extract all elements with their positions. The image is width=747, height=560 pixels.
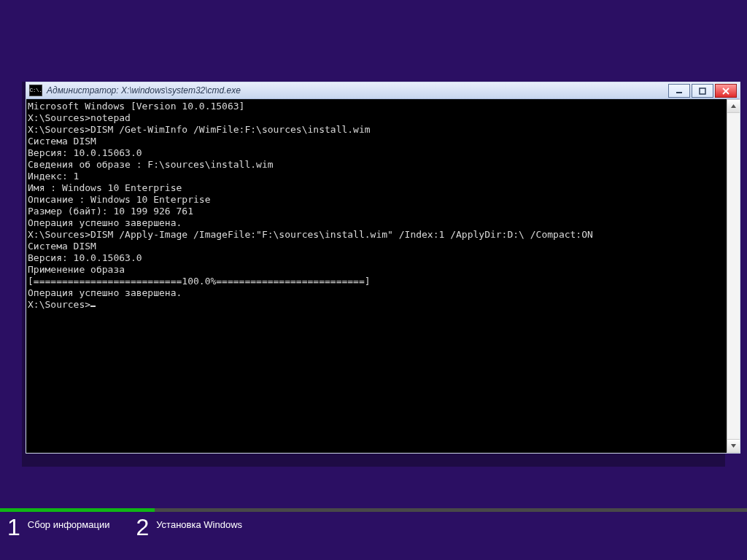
console-body: Microsoft Windows [Version 10.0.15063]X:…: [26, 99, 740, 453]
console-line: X:\Sources>notepad: [28, 112, 727, 124]
console-line: X:\Sources>: [28, 299, 727, 311]
console-line: Microsoft Windows [Version 10.0.15063]: [28, 101, 727, 112]
close-button[interactable]: [715, 84, 737, 98]
svg-rect-1: [700, 88, 705, 94]
svg-marker-5: [731, 444, 736, 448]
text-cursor: [90, 306, 96, 307]
minimize-button[interactable]: [668, 84, 690, 98]
scrollbar[interactable]: [727, 99, 740, 453]
cmd-window: C:\. Администратор: X:\windows\system32\…: [26, 82, 740, 454]
console-line: Версия: 10.0.15063.0: [28, 147, 727, 159]
progress-segment-1: [0, 508, 155, 512]
setup-step-2: 2 Установка Windows: [136, 516, 242, 539]
console-line: Сведения об образе : F:\sources\install.…: [28, 159, 727, 171]
console-line: [==========================100.0%=======…: [28, 276, 727, 287]
console-line: Операция успешно завершена.: [28, 287, 727, 299]
console-line: Применение образа: [28, 264, 727, 276]
console-line: Размер (байт): 10 199 926 761: [28, 206, 727, 217]
scroll-down-button[interactable]: [727, 439, 740, 453]
step-1-number: 1: [7, 516, 20, 539]
svg-marker-4: [731, 104, 736, 108]
window-controls: [665, 82, 740, 101]
titlebar[interactable]: C:\. Администратор: X:\windows\system32\…: [26, 82, 740, 99]
console-line: Операция успешно завершена.: [28, 217, 727, 229]
console-line: X:\Sources>DISM /Apply-Image /ImageFile:…: [28, 229, 727, 241]
step-1-label: Сбор информации: [28, 519, 110, 530]
setup-step-bar: 1 Сбор информации 2 Установка Windows: [0, 508, 747, 560]
scroll-track[interactable]: [727, 113, 740, 439]
console-line: Имя : Windows 10 Enterprise: [28, 182, 727, 194]
setup-step-1: 1 Сбор информации: [7, 516, 109, 539]
step-2-number: 2: [136, 516, 149, 539]
console-line: X:\Sources>DISM /Get-WimInfo /WimFile:F:…: [28, 124, 727, 136]
cmd-icon: C:\.: [29, 85, 42, 96]
window-title: Администратор: X:\windows\system32\cmd.e…: [47, 85, 241, 96]
console-line: Индекс: 1: [28, 171, 727, 182]
console-line: Описание : Windows 10 Enterprise: [28, 194, 727, 206]
console-output[interactable]: Microsoft Windows [Version 10.0.15063]X:…: [26, 99, 727, 453]
console-line: Версия: 10.0.15063.0: [28, 252, 727, 264]
console-line: Cистема DISM: [28, 136, 727, 147]
step-2-label: Установка Windows: [156, 519, 242, 530]
maximize-button[interactable]: [692, 84, 713, 98]
console-line: Cистема DISM: [28, 241, 727, 252]
